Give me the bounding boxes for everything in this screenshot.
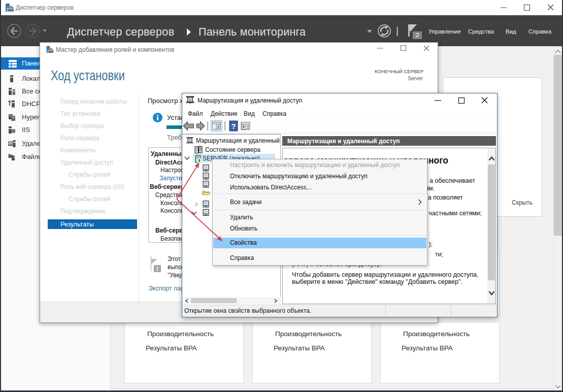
svg-text:1: 1	[156, 266, 159, 272]
svg-text:?: ?	[231, 122, 236, 130]
